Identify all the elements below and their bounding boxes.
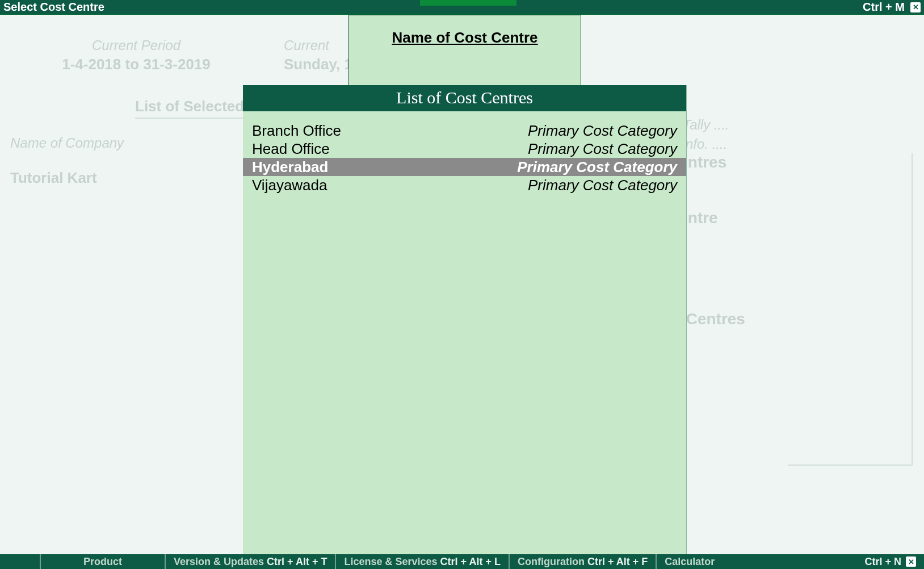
list-of-cost-centres-panel: List of Cost Centres Branch Office Prima… bbox=[243, 85, 687, 554]
cost-centre-name: Branch Office bbox=[252, 122, 341, 140]
titlebar-accent bbox=[420, 0, 516, 6]
current-period-value: 1-4-2018 to 31-3-2019 bbox=[45, 56, 227, 73]
cost-centre-name: Hyderabad bbox=[252, 158, 328, 176]
calculator-label: Calculator bbox=[665, 556, 715, 568]
version-updates-button[interactable]: Version & Updates Ctrl + Alt + T bbox=[165, 554, 335, 569]
current-period-label: Current Period bbox=[45, 37, 227, 53]
product-label: Product bbox=[83, 556, 122, 568]
license-services-button[interactable]: License & Services Ctrl + Alt + L bbox=[335, 554, 508, 569]
name-of-company-label: Name of Company bbox=[10, 135, 124, 151]
ctrl-n-label: Ctrl + N bbox=[864, 556, 901, 568]
cost-centre-category: Primary Cost Category bbox=[528, 176, 677, 194]
cost-centre-row[interactable]: Head Office Primary Cost Category bbox=[243, 140, 686, 158]
cost-centre-row[interactable]: Vijayawada Primary Cost Category bbox=[243, 176, 686, 194]
cost-centre-name: Vijayawada bbox=[252, 176, 327, 194]
ctrl-n-section[interactable]: Ctrl + N ✕ bbox=[856, 554, 924, 569]
cost-centre-category: Primary Cost Category bbox=[528, 140, 677, 158]
name-of-cost-centre-panel: Name of Cost Centre bbox=[348, 15, 581, 86]
app-root: Select Cost Centre Ctrl + M ✕ Current Pe… bbox=[0, 0, 924, 569]
cost-centre-row-selected[interactable]: Hyderabad Primary Cost Category bbox=[243, 158, 686, 176]
bg-right-panel-border bbox=[788, 153, 913, 466]
license-hotkey: Ctrl + Alt + L bbox=[440, 556, 501, 568]
title-shortcut: Ctrl + M bbox=[863, 1, 905, 14]
list-title: List of Cost Centres bbox=[243, 85, 686, 111]
cost-centre-category: Primary Cost Category bbox=[528, 122, 677, 140]
window-title: Select Cost Centre bbox=[3, 1, 104, 14]
cost-centre-category: Primary Cost Category bbox=[517, 158, 677, 176]
configuration-label: Configuration bbox=[518, 556, 585, 568]
product-button[interactable]: Product bbox=[40, 554, 165, 569]
configuration-hotkey: Ctrl + Alt + F bbox=[587, 556, 648, 568]
list-selected-label: List of Selected bbox=[135, 98, 244, 119]
cost-centre-rows: Branch Office Primary Cost Category Head… bbox=[243, 111, 686, 194]
version-label: Version & Updates bbox=[174, 556, 264, 568]
configuration-button[interactable]: Configuration Ctrl + Alt + F bbox=[509, 554, 656, 569]
bottom-bar: Product Version & Updates Ctrl + Alt + T… bbox=[0, 554, 924, 569]
company-name: Tutorial Kart bbox=[10, 169, 97, 187]
calculator-button[interactable]: Calculator bbox=[656, 554, 723, 569]
license-label: License & Services bbox=[344, 556, 437, 568]
current-period-block: Current Period 1-4-2018 to 31-3-2019 bbox=[45, 37, 227, 73]
close-icon[interactable]: ✕ bbox=[906, 557, 916, 567]
close-icon[interactable]: ✕ bbox=[910, 2, 921, 12]
version-hotkey: Ctrl + Alt + T bbox=[267, 556, 327, 568]
name-of-cost-centre-heading: Name of Cost Centre bbox=[349, 29, 581, 47]
cost-centre-name: Head Office bbox=[252, 140, 330, 158]
title-bar: Select Cost Centre Ctrl + M ✕ bbox=[0, 0, 924, 15]
cost-centre-row[interactable]: Branch Office Primary Cost Category bbox=[243, 122, 686, 140]
